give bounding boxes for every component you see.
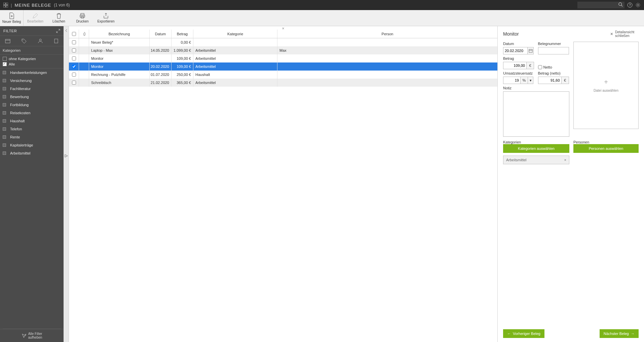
sidebar-item[interactable]: Fachliteratur [0,85,64,93]
new-receipt-button[interactable]: Neuer Beleg [0,10,24,26]
tab-tag-icon[interactable] [22,39,27,43]
remove-tag-icon[interactable]: × [564,158,566,162]
cell-amount: 1.099,00 € [172,46,193,54]
table-row[interactable]: Monitor20.02.2020109,00 €Arbeitsmittel [69,62,497,71]
table-row[interactable]: Laptop - Max14.05.20201.099,00 €Arbeitsm… [69,46,497,54]
next-receipt-button[interactable]: Nächster Beleg → [600,329,639,338]
sidebar-item[interactable]: Bewerbung [0,93,64,101]
row-checkbox[interactable] [72,73,76,77]
sidebar-item[interactable]: Arbeitsmittel [0,149,64,157]
search-icon[interactable] [618,2,623,7]
select-categories-button[interactable]: Kategorien auswählen [503,144,569,153]
cell-person [277,38,497,46]
row-checkbox[interactable] [72,56,76,60]
detail-panel: Monitor × Detailansicht schließen Datum [498,26,644,342]
new-doc-icon [9,12,15,19]
color-swatch [3,152,6,155]
cell-amount: 109,00 € [172,54,193,62]
sidebar-item-label: Fortbildung [10,103,29,107]
amount-net-field[interactable] [538,77,562,84]
cell-name: Rechnung - Putzhilfe [89,71,150,79]
sidebar-item[interactable]: Telefon [0,125,64,133]
category-list: HandwerkerleistungenVersicherungFachlite… [0,69,64,329]
label-persons: Personen [573,140,639,144]
filter-no-categories[interactable]: ohne Kategorien [3,56,61,61]
calendar-icon[interactable] [528,47,534,54]
search-input[interactable] [577,2,624,8]
plus-icon: + [604,78,608,86]
sidebar-item[interactable]: Versicherung [0,77,64,85]
tab-person-icon[interactable] [38,39,43,43]
clear-filters-button[interactable]: Alle Filter aufheben [3,332,60,339]
cell-name: Monitor [89,54,150,62]
collapse-sidebar-button[interactable] [64,26,69,342]
row-checkbox[interactable] [72,81,76,85]
help-icon[interactable]: ? [627,2,633,8]
header-date[interactable]: Datum [150,30,172,38]
prev-receipt-button[interactable]: ← Vorheriger Beleg [503,329,544,338]
print-button[interactable]: Drucken [71,10,94,26]
date-field[interactable] [503,47,528,54]
close-x-icon[interactable]: × [69,26,497,30]
filter-all[interactable]: Alle [3,61,61,67]
sidebar-item[interactable]: Fortbildung [0,101,64,109]
table-row[interactable]: Rechnung - Putzhilfe01.07.2020250,00 €Ha… [69,71,497,79]
cell-category: Arbeitsmittel [193,54,277,62]
sidebar-item-label: Fachliteratur [10,87,31,91]
color-swatch [3,127,6,131]
table-row[interactable]: Neuer Beleg*0,00 € [69,38,497,46]
sidebar-item-label: Kapitalerträge [10,143,33,147]
export-button[interactable]: Exportieren [94,10,118,26]
gear-icon[interactable] [635,2,641,8]
sidebar-item[interactable]: Haushalt [0,117,64,125]
vat-rate-field[interactable] [503,77,521,84]
trash-icon [56,13,62,19]
sidebar-item[interactable]: Kapitalerträge [0,141,64,149]
svg-rect-2 [3,5,5,7]
tab-receipt-icon[interactable] [54,39,59,43]
cell-date: 21.02.2020 [150,79,172,87]
svg-rect-3 [6,5,8,7]
close-detail-button[interactable]: × Detailansicht schließen [610,30,639,38]
label-categories: Kategorien [503,140,569,144]
sidebar-item[interactable]: Rente [0,133,64,141]
netto-checkbox[interactable]: Netto [538,65,570,69]
expand-arrow-icon[interactable] [64,154,68,158]
tab-date-icon[interactable] [5,39,10,43]
detail-title: Monitor [503,31,519,37]
header-amount[interactable]: Betrag [172,30,193,38]
cell-amount: 0,00 € [172,38,193,46]
chevron-down-icon[interactable]: ▾ [528,77,533,84]
amount-field[interactable] [503,62,527,69]
cell-amount: 365,00 € [172,79,193,87]
receipt-no-field[interactable] [538,47,569,54]
row-checkbox[interactable] [72,48,76,52]
header-name[interactable]: Bezeichnung [89,30,150,38]
header-attachment-icon[interactable] [79,30,89,38]
svg-point-14 [23,40,23,40]
export-icon [103,13,109,19]
sidebar-item[interactable]: Handwerkerleistungen [0,69,64,77]
row-checkbox[interactable] [72,65,76,69]
sidebar-item-label: Telefon [10,127,22,131]
cell-category: Arbeitsmittel [193,79,277,87]
cell-date: 14.05.2020 [150,46,172,54]
cell-person [277,79,497,87]
print-icon [79,13,85,19]
header-checkbox[interactable] [69,30,79,38]
svg-rect-19 [529,49,532,52]
table-row[interactable]: Monitor109,00 €Arbeitsmittel [69,54,497,62]
app-grid-icon[interactable] [3,3,8,7]
row-checkbox[interactable] [72,40,76,44]
file-dropzone[interactable]: + Datei auswählen [573,42,639,129]
header-person[interactable]: Person [277,30,497,38]
note-field[interactable] [503,91,569,137]
delete-button[interactable]: Löschen [47,10,71,26]
select-persons-button[interactable]: Personen auswählen [573,144,639,153]
close-icon: × [610,31,613,37]
sidebar-item[interactable]: Reisekosten [0,109,64,117]
cell-category: Arbeitsmittel [193,46,277,54]
expand-icon[interactable] [56,29,60,33]
header-category[interactable]: Kategorie [193,30,277,38]
table-row[interactable]: Schreibtisch21.02.2020365,00 €Arbeitsmit… [69,79,497,87]
